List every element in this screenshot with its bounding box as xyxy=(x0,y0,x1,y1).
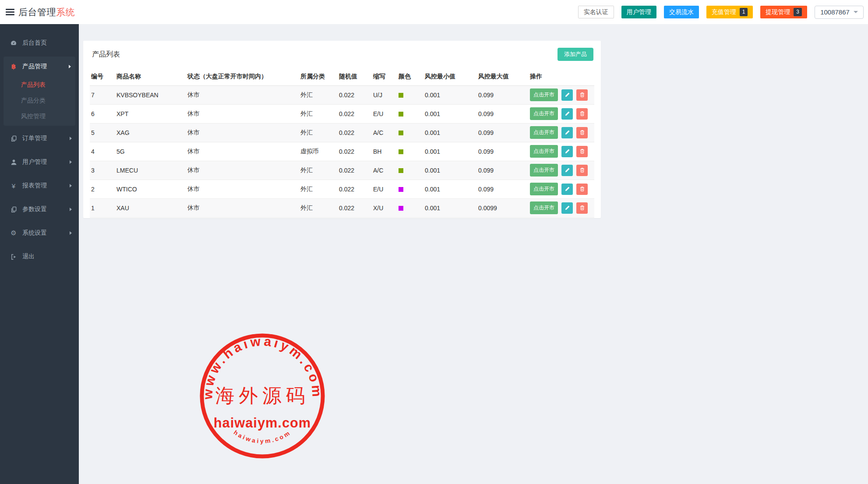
trash-icon xyxy=(579,167,585,173)
cell-name: KVBSOYBEAN xyxy=(115,85,186,104)
sidebar-item-logout[interactable]: 退出 xyxy=(0,246,79,268)
cell-category: 虚拟币 xyxy=(299,142,338,161)
sidebar-item-product-management[interactable]: ฿ 产品管理 xyxy=(4,57,75,77)
cell-risk-max: 0.099 xyxy=(477,123,529,142)
sidebar-item-label: 后台首页 xyxy=(22,39,47,47)
cell-category: 外汇 xyxy=(299,180,338,198)
gears-icon: ⚙ xyxy=(9,229,18,237)
stamp-center-cn: 海外源码 xyxy=(215,384,309,406)
sidebar-item-order-management[interactable]: 订单管理 xyxy=(0,127,79,149)
delete-button[interactable] xyxy=(576,89,588,101)
cell-abbr: U/J xyxy=(372,85,397,104)
dashboard-icon xyxy=(9,39,18,46)
edit-button[interactable] xyxy=(561,184,573,195)
table-row: 2 WTICO 休市 外汇 0.022 E/U 0.001 0.099 点击开市 xyxy=(90,180,594,198)
sidebar-subitem-product-list[interactable]: 产品列表 xyxy=(4,77,75,92)
open-market-button[interactable]: 点击开市 xyxy=(530,126,558,139)
sidebar-item-parameter-settings[interactable]: 参数设置 xyxy=(0,198,79,220)
sidebar-item-report-management[interactable]: ¥ 报表管理 xyxy=(0,175,79,197)
cell-category: 外汇 xyxy=(299,161,338,180)
cell-id: 3 xyxy=(90,161,115,180)
cell-abbr: A/C xyxy=(372,123,397,142)
col-actions: 操作 xyxy=(529,68,594,85)
cell-id: 2 xyxy=(90,180,115,198)
open-market-button[interactable]: 点击开市 xyxy=(530,145,558,158)
sidebar-item-user-management[interactable]: 用户管理 xyxy=(0,151,79,173)
open-market-button[interactable]: 点击开市 xyxy=(530,107,558,120)
cell-color xyxy=(397,198,423,217)
sidebar-subitem-risk-management[interactable]: 风控管理 xyxy=(4,108,75,124)
sidebar-subitem-product-category[interactable]: 产品分类 xyxy=(4,92,75,108)
navbar-actions: 实名认证 用户管理 交易流水 充值管理 1 提现管理 3 10087867 xyxy=(578,6,868,19)
svg-text:haiwaiym.com: haiwaiym.com xyxy=(233,429,293,445)
user-management-button[interactable]: 用户管理 xyxy=(621,6,656,18)
hamburger-menu-icon[interactable] xyxy=(6,7,14,17)
page-title: 产品列表 xyxy=(92,50,120,59)
col-color: 颜色 xyxy=(397,68,423,85)
edit-button[interactable] xyxy=(561,89,573,101)
cell-risk-min: 0.001 xyxy=(423,198,477,217)
open-market-button[interactable]: 点击开市 xyxy=(530,164,558,177)
table-row: 3 LMECU 休市 外汇 0.022 A/C 0.001 0.099 点击开市 xyxy=(90,161,594,180)
edit-button[interactable] xyxy=(561,165,573,176)
cell-actions: 点击开市 xyxy=(529,85,594,104)
edit-button[interactable] xyxy=(561,108,573,120)
product-table: 编号 商品名称 状态（大盘正常开市时间内） 所属分类 随机值 缩写 颜色 风控最… xyxy=(90,68,594,218)
sidebar-item-label: 参数设置 xyxy=(22,205,47,213)
edit-button[interactable] xyxy=(561,202,573,214)
sidebar-item-system-settings[interactable]: ⚙ 系统设置 xyxy=(0,222,79,244)
sidebar-item-home[interactable]: 后台首页 xyxy=(0,32,79,54)
params-icon xyxy=(9,206,18,213)
open-market-button[interactable]: 点击开市 xyxy=(530,201,558,214)
cell-risk-max: 0.099 xyxy=(477,161,529,180)
delete-button[interactable] xyxy=(576,184,588,195)
cell-id: 6 xyxy=(90,104,115,123)
cell-risk-max: 0.099 xyxy=(477,180,529,198)
pencil-icon xyxy=(565,167,570,173)
delete-button[interactable] xyxy=(576,202,588,214)
account-dropdown[interactable]: 10087867 xyxy=(815,6,864,19)
sidebar-item-label: 产品管理 xyxy=(22,63,47,71)
delete-button[interactable] xyxy=(576,127,588,138)
delete-button[interactable] xyxy=(576,165,588,176)
trade-flow-button[interactable]: 交易流水 xyxy=(664,6,699,18)
open-market-button[interactable]: 点击开市 xyxy=(530,88,558,101)
recharge-management-button[interactable]: 充值管理 1 xyxy=(706,6,753,18)
sidebar: 后台首页 ฿ 产品管理 产品列表 产品分类 风控管理 订单管理 用户管理 ¥ 报… xyxy=(0,24,79,484)
cell-status: 休市 xyxy=(186,198,299,217)
app-title-accent: 系统 xyxy=(56,7,75,17)
cell-risk-min: 0.001 xyxy=(423,123,477,142)
cell-color xyxy=(397,85,423,104)
cell-random: 0.022 xyxy=(338,104,372,123)
recharge-label: 充值管理 xyxy=(712,8,736,16)
sidebar-item-label: 系统设置 xyxy=(22,229,47,237)
cell-random: 0.022 xyxy=(338,142,372,161)
realname-auth-button[interactable]: 实名认证 xyxy=(578,6,614,18)
edit-button[interactable] xyxy=(561,146,573,157)
cell-status: 休市 xyxy=(186,104,299,123)
add-product-button[interactable]: 添加产品 xyxy=(557,48,593,61)
delete-button[interactable] xyxy=(576,146,588,157)
edit-button[interactable] xyxy=(561,127,573,138)
bitcoin-icon: ฿ xyxy=(9,63,18,71)
app-title: 后台管理系统 xyxy=(18,6,75,18)
open-market-button[interactable]: 点击开市 xyxy=(530,183,558,195)
cell-name: LMECU xyxy=(115,161,186,180)
cell-name: XAU xyxy=(115,198,186,217)
cell-abbr: A/C xyxy=(372,161,397,180)
chevron-right-icon xyxy=(70,231,72,235)
watermark-stamp: www.haiwaiym.com 海外源码 haiwaiym.com haiwa… xyxy=(197,331,328,461)
delete-button[interactable] xyxy=(576,108,588,120)
cell-risk-max: 0.099 xyxy=(477,142,529,161)
cell-actions: 点击开市 xyxy=(529,104,594,123)
color-swatch xyxy=(399,112,403,117)
top-navbar: 后台管理系统 实名认证 用户管理 交易流水 充值管理 1 提现管理 3 1008… xyxy=(0,0,868,24)
withdraw-management-button[interactable]: 提现管理 3 xyxy=(760,6,807,18)
col-risk-max: 风控最大值 xyxy=(477,68,529,85)
trash-icon xyxy=(579,205,585,211)
withdraw-label: 提现管理 xyxy=(766,8,790,16)
app-title-main: 后台管理 xyxy=(18,7,56,17)
cell-color xyxy=(397,123,423,142)
cell-abbr: X/U xyxy=(372,198,397,217)
cell-risk-min: 0.001 xyxy=(423,180,477,198)
